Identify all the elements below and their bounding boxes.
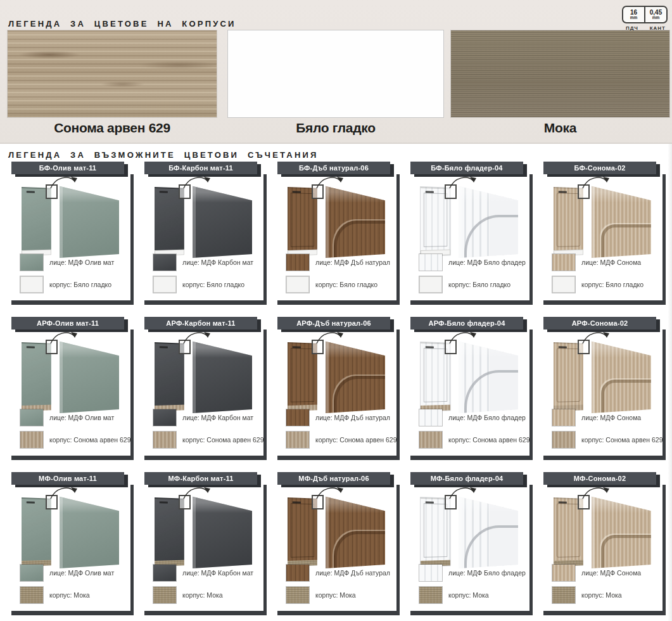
zoom-arrow-icon	[181, 174, 215, 191]
body-legend-row: корпус: Мока	[419, 587, 524, 603]
door-zoom-panel	[60, 338, 119, 413]
board-thickness-cell: 16 mm	[623, 7, 644, 22]
door-zoom-frame-profile	[464, 215, 518, 258]
combination-card-body: лице: МДФ Сонома корпус: Бяло гладко	[543, 174, 666, 305]
door-inner-frame	[424, 503, 447, 558]
door-zoom-panel	[193, 183, 252, 258]
zoom-arrow-icon	[314, 330, 348, 346]
door-inner-frame	[424, 348, 447, 402]
body-legend-row: корпус: Сонома арвен 629	[153, 432, 258, 448]
body-label: корпус: Сонома арвен 629	[49, 436, 131, 444]
thickness-spec-box: 16 mm 0,45 mm	[622, 6, 668, 23]
combination-card-body: лице: МДФ Бяло фладер корпус: Мока	[410, 485, 533, 615]
combination-card: АРФ-Сонома-02	[543, 317, 666, 460]
body-label: корпус: Бяло гладко	[182, 281, 244, 288]
combination-card-body: лице: МДФ Бяло фладер корпус: Сонома арв…	[410, 330, 533, 460]
face-label: лице: МДФ Карбон мат	[182, 569, 253, 577]
combination-card: БФ-Сонома-02	[543, 162, 666, 305]
body-label: корпус: Мока	[315, 591, 356, 599]
board-edge-spec: 16 mm 0,45 mm ПДЧ КАНТ	[622, 6, 668, 31]
face-legend-row: лице: МДФ Сонома	[552, 409, 657, 426]
page-right-edge	[668, 144, 672, 621]
combination-card-header: БФ-Бяло фладер-04	[410, 162, 523, 174]
door-handle	[160, 501, 168, 503]
body-label: корпус: Бяло гладко	[448, 281, 510, 288]
body-color-swatch	[20, 276, 43, 293]
card-legend: лице: МДФ Олив мат корпус: Бяло гладко	[20, 254, 125, 293]
door-preview	[410, 485, 529, 571]
door-preview	[144, 485, 263, 571]
face-color-swatch	[419, 565, 442, 581]
body-legend-row: корпус: Сонома арвен 629	[552, 432, 657, 448]
face-label: лице: МДФ Бяло фладер	[448, 569, 526, 577]
swatch-caption-mocha: Мока	[451, 120, 669, 136]
face-label: лице: МДФ Олив мат	[49, 569, 114, 577]
door-preview	[277, 485, 396, 571]
door-zoom-panel	[592, 183, 651, 258]
door-zoom-panel	[459, 494, 518, 568]
body-legend-row: корпус: Мока	[20, 587, 125, 603]
face-color-swatch	[552, 409, 575, 426]
combination-card-header: МФ-Карбон мат-11	[144, 472, 257, 485]
face-label: лице: МДФ Дъб натурал	[315, 414, 390, 421]
door-zoom-frame-profile	[334, 531, 385, 568]
door-preview	[410, 174, 529, 260]
face-legend-row: лице: МДФ Дъб натурал	[286, 254, 391, 271]
zoom-arrow-icon	[580, 330, 614, 346]
combination-card-body: лице: МДФ Олив мат корпус: Бяло гладко	[11, 174, 134, 305]
combination-card-title: АРФ-Карбон мат-11	[166, 319, 235, 327]
door-handle	[160, 191, 168, 193]
body-color-swatch-sonoma-arven	[8, 30, 217, 117]
body-label: корпус: Мока	[49, 591, 90, 599]
combination-card-body: лице: МДФ Сонома корпус: Мока	[543, 485, 666, 615]
combination-card-body: лице: МДФ Карбон мат корпус: Сонома арве…	[144, 330, 267, 460]
door-zoom-panel	[459, 183, 518, 258]
face-legend-row: лице: МДФ Дъб натурал	[286, 565, 391, 581]
door-zoom-panel	[459, 338, 518, 413]
body-legend-row: корпус: Бяло гладко	[286, 276, 391, 293]
face-label: лице: МДФ Карбон мат	[182, 414, 253, 421]
face-label: лице: МДФ Сонома	[581, 259, 641, 266]
door-handle	[27, 191, 35, 193]
zoom-arrow-icon	[314, 174, 348, 191]
door-preview	[543, 485, 662, 571]
door-preview	[277, 330, 396, 416]
combination-card-header: МФ-Дъб натурал-06	[277, 472, 390, 485]
combination-card: АРФ-Олив мат-11	[11, 317, 134, 460]
face-label: лице: МДФ Олив мат	[49, 414, 114, 421]
body-legend-row: корпус: Мока	[552, 587, 657, 603]
door-inner-frame	[557, 193, 580, 247]
card-legend: лице: МДФ Сонома корпус: Мока	[552, 565, 657, 603]
combination-card: МФ-Олив мат-11	[11, 472, 134, 615]
combination-card-body: лице: МДФ Карбон мат корпус: Бяло гладко	[144, 174, 267, 305]
face-legend-row: лице: МДФ Олив мат	[20, 254, 125, 271]
combination-card: АРФ-Дъб натурал-06	[277, 317, 400, 460]
combination-card-title: АРФ-Бяло фладер-04	[429, 319, 505, 327]
body-color-swatch	[419, 587, 442, 603]
door-preview	[144, 174, 263, 260]
body-color-swatch	[20, 587, 43, 603]
combinations-title: ЛЕГЕНДА ЗА ВЪЗМОЖНИТЕ ЦВЕТОВИ СЪЧЕТАНИЯ	[8, 150, 319, 160]
face-label: лице: МДФ Олив мат	[49, 259, 114, 266]
door-preview	[11, 174, 130, 260]
door-handle	[27, 501, 35, 503]
body-color-swatch	[153, 276, 176, 293]
zoom-arrow-icon	[447, 330, 481, 346]
combination-card: БФ-Олив мат-11	[11, 162, 134, 305]
combination-card: МФ-Сонома-02	[543, 472, 666, 615]
face-label: лице: МДФ Сонома	[581, 414, 641, 421]
face-legend-row: лице: МДФ Дъб натурал	[286, 409, 391, 426]
combination-card: АРФ-Бяло фладер-04	[410, 317, 533, 460]
face-color-swatch	[20, 254, 43, 271]
combination-card-title: БФ-Олив мат-11	[39, 164, 96, 172]
body-color-swatch	[286, 276, 309, 293]
door-preview	[11, 330, 130, 416]
door-zoom-panel	[326, 338, 385, 413]
door-preview	[543, 174, 662, 260]
card-legend: лице: МДФ Бяло фладер корпус: Бяло гладк…	[419, 254, 524, 293]
door-zoom-panel	[326, 183, 385, 258]
face-color-swatch	[20, 565, 43, 581]
body-color-swatch	[552, 587, 575, 603]
card-legend: лице: МДФ Дъб натурал корпус: Мока	[286, 565, 391, 603]
board-thickness-unit: mm	[630, 16, 638, 20]
